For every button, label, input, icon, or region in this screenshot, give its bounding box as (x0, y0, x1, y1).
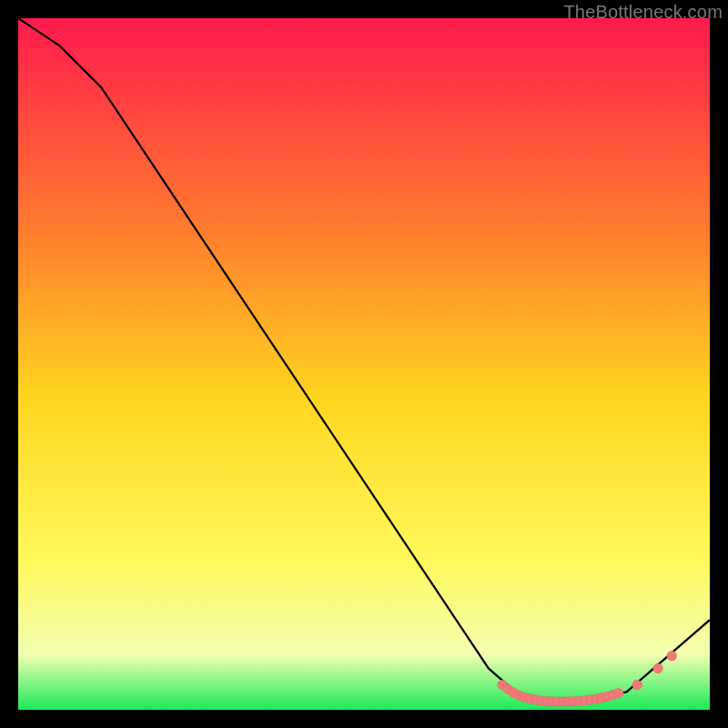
data-marker (632, 680, 642, 689)
chart-canvas: TheBottleneck.com (0, 0, 728, 728)
watermark-text: TheBottleneck.com (563, 2, 723, 23)
background-gradient (18, 18, 710, 710)
data-marker (614, 689, 623, 698)
chart-svg (18, 18, 710, 710)
plot-area (18, 18, 710, 710)
data-marker (653, 663, 662, 672)
data-marker (667, 652, 676, 661)
